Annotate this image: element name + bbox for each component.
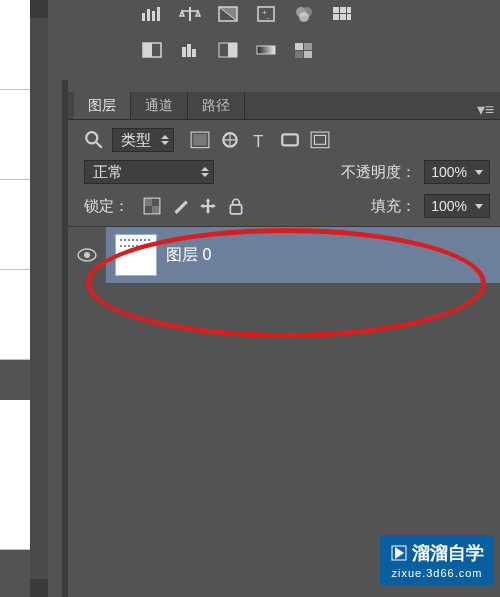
panel-tabs: 图层 通道 路径 ▾≡ (68, 92, 500, 120)
layer-row-0[interactable]: 图层 0 (68, 227, 500, 283)
svg-rect-19 (143, 43, 152, 57)
svg-point-30 (86, 132, 97, 143)
svg-rect-0 (142, 13, 145, 21)
opacity-value: 100% (431, 164, 467, 180)
panel-menu-icon[interactable]: ▾≡ (477, 100, 494, 119)
grid-icon[interactable] (330, 4, 354, 24)
svg-text:T: T (253, 132, 263, 149)
svg-rect-22 (192, 49, 196, 57)
rgb-icon[interactable] (292, 4, 316, 24)
threshold-icon[interactable] (216, 40, 240, 60)
fill-input[interactable]: 100% (424, 194, 490, 218)
watermark-title: 溜溜自学 (412, 541, 484, 565)
document-edge (0, 0, 30, 597)
svg-rect-36 (282, 134, 298, 145)
svg-rect-24 (228, 43, 237, 57)
svg-rect-2 (152, 11, 155, 21)
layer-list: 图层 0 (68, 227, 500, 283)
filter-adjust-icon[interactable] (220, 131, 240, 149)
lock-pixels-icon[interactable] (171, 198, 189, 214)
blend-opacity-row: 正常 不透明度： 100% (68, 156, 500, 190)
svg-rect-1 (147, 9, 150, 21)
svg-rect-15 (333, 14, 339, 20)
svg-point-11 (299, 12, 309, 22)
filter-pixel-icon[interactable] (190, 131, 210, 149)
contrast-icon[interactable] (216, 4, 240, 24)
visibility-toggle[interactable] (68, 227, 106, 283)
svg-rect-16 (340, 14, 346, 20)
svg-rect-37 (311, 132, 329, 148)
filter-kind-label: 类型 (121, 131, 151, 150)
svg-rect-27 (304, 43, 312, 50)
svg-rect-25 (257, 46, 275, 54)
svg-rect-21 (187, 44, 191, 57)
svg-rect-40 (144, 198, 152, 206)
svg-rect-29 (304, 51, 312, 58)
posterize-icon[interactable] (178, 40, 202, 60)
fill-label: 填充： (371, 197, 416, 216)
blend-mode-value: 正常 (93, 163, 123, 182)
search-kind-icon[interactable] (84, 131, 104, 149)
svg-line-31 (96, 142, 102, 148)
layer-name[interactable]: 图层 0 (166, 245, 211, 266)
options-bar-row-1: +- (62, 0, 500, 34)
tab-layers[interactable]: 图层 (74, 92, 131, 119)
layer-thumbnail[interactable] (116, 235, 156, 275)
svg-rect-28 (295, 51, 303, 58)
balance-icon[interactable] (178, 4, 202, 24)
fill-value: 100% (431, 198, 467, 214)
lock-position-icon[interactable] (199, 198, 217, 214)
svg-point-44 (84, 252, 90, 258)
svg-rect-41 (152, 206, 160, 214)
filter-shape-icon[interactable] (280, 131, 300, 149)
lock-fill-row: 锁定： 填充： 100% (68, 190, 500, 227)
watermark: 溜溜自学 zixue.3d66.com (380, 535, 494, 585)
tab-channels[interactable]: 通道 (131, 92, 188, 119)
opacity-input[interactable]: 100% (424, 160, 490, 184)
svg-rect-3 (157, 7, 160, 21)
svg-marker-45 (395, 547, 404, 559)
svg-rect-14 (347, 7, 351, 13)
svg-rect-26 (295, 43, 303, 50)
vertical-scrollbar[interactable] (30, 0, 48, 597)
watermark-subtitle: zixue.3d66.com (391, 567, 482, 579)
gradient-map-icon[interactable] (254, 40, 278, 60)
blend-mode-select[interactable]: 正常 (84, 160, 214, 184)
svg-rect-13 (340, 7, 346, 13)
svg-rect-20 (182, 47, 186, 57)
svg-rect-33 (193, 134, 206, 145)
tab-paths[interactable]: 路径 (188, 92, 245, 119)
svg-rect-17 (347, 14, 351, 20)
lock-all-icon[interactable] (227, 198, 245, 214)
exposure-icon[interactable]: +- (254, 4, 278, 24)
svg-text:-: - (267, 13, 270, 22)
filter-kind-select[interactable]: 类型 (112, 128, 174, 152)
lock-transparent-icon[interactable] (143, 198, 161, 214)
svg-rect-12 (333, 7, 339, 13)
lock-label: 锁定： (84, 197, 129, 216)
filter-smart-icon[interactable] (310, 131, 330, 149)
opacity-label: 不透明度： (341, 163, 416, 182)
options-bar-row-2 (62, 34, 500, 74)
invert-icon[interactable] (140, 40, 164, 60)
svg-rect-42 (230, 205, 241, 214)
histogram-icon[interactable] (140, 4, 164, 24)
selective-color-icon[interactable] (292, 40, 316, 60)
svg-rect-38 (314, 136, 325, 145)
layer-filter-row: 类型 T (68, 120, 500, 156)
filter-type-icon[interactable]: T (250, 131, 270, 149)
